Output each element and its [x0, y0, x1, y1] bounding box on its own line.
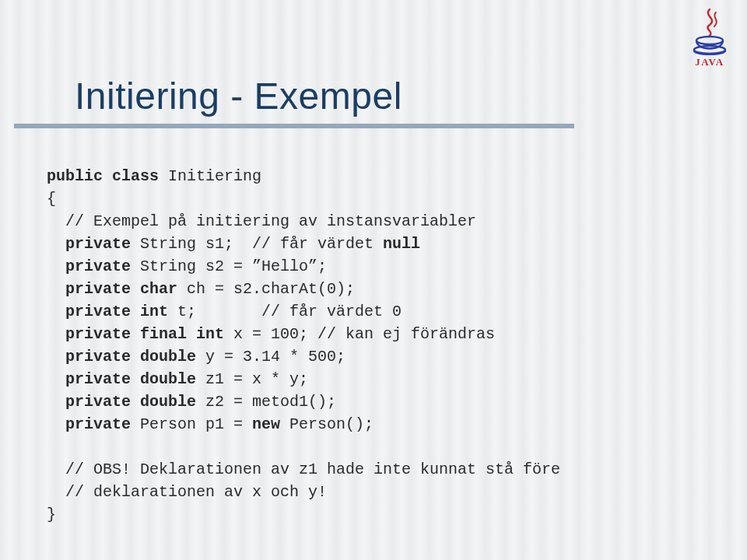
code-line: public class Initiering	[47, 167, 261, 185]
slide-title: Initiering - Exempel	[75, 75, 722, 117]
title-block: Initiering - Exempel	[14, 75, 722, 128]
code-line: private int t; // får värdet 0	[47, 303, 402, 320]
code-line: private final int x = 100; // kan ej för…	[47, 325, 495, 343]
code-line: private double y = 3.14 * 500;	[47, 348, 345, 366]
code-line: // deklarationen av x och y!	[47, 483, 327, 501]
code-line: private char ch = s2.charAt(0);	[47, 280, 355, 298]
code-line: {	[47, 190, 56, 208]
java-wordmark: JAVA	[695, 56, 724, 68]
java-logo: JAVA	[686, 8, 733, 68]
title-underline	[14, 124, 574, 128]
code-line: private String s1; // får värdet null	[47, 235, 420, 253]
code-line: private double z1 = x * y;	[47, 370, 308, 388]
java-logo-icon: JAVA	[686, 8, 733, 68]
code-line: private double z2 = metod1();	[47, 393, 336, 411]
code-line: // Exempel på initiering av instansvaria…	[47, 212, 476, 230]
svg-point-0	[696, 37, 723, 44]
code-block: public class Initiering { // Exempel på …	[47, 165, 560, 526]
code-line: private String s2 = ”Hello”;	[47, 257, 327, 275]
code-line: // OBS! Deklarationen av z1 hade inte ku…	[47, 460, 560, 478]
code-line: private Person p1 = new Person();	[47, 415, 374, 433]
code-line: }	[47, 506, 56, 523]
svg-point-1	[694, 46, 725, 54]
slide: JAVA Initiering - Exempel public class I…	[0, 0, 747, 560]
